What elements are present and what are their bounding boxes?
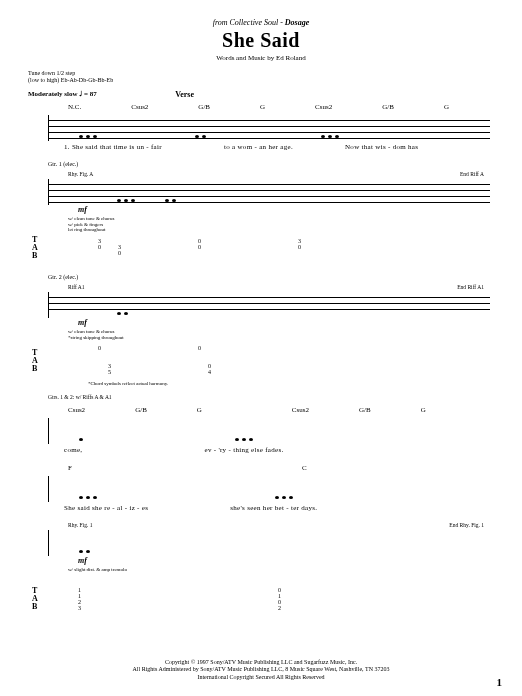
lyric-3a: She said she re - al - iz - es (64, 504, 148, 512)
copyright-3: International Copyright Secured All Righ… (0, 674, 522, 682)
gtr1-tab: TAB 30 30 00 30 (48, 230, 490, 266)
chord-footnote: *Chord symbols reflect actual harmony. (28, 381, 494, 386)
lyric-1b: to a wom - an her age. (224, 143, 293, 151)
tab-label-3: TAB (32, 587, 38, 611)
copyright-block: Copyright © 1997 Sony/ATV Music Publishi… (0, 659, 522, 682)
system-3-vocal: Csus2 G/B G Csus2 G/B G come, ev - 'ry -… (28, 406, 494, 456)
system-5-rhyfig: Rhy. Fig. 1 End Rhy. Fig. 1 mf w/ slight… (28, 522, 494, 617)
gtr2-staff (48, 292, 490, 318)
perf-note-3: w/ slight dist. & amp tremolo (28, 567, 494, 581)
perf-note-1: w/ clean tone & chorus w/ pick & fingers… (28, 216, 494, 230)
tab-nums-2: 30 (118, 244, 121, 256)
rhyfig1-label: Rhy. Fig. 1 (28, 522, 92, 530)
tab-nums-1: 30 (98, 238, 101, 250)
gtr2-tab: TAB 0 35 0 04 (48, 343, 490, 379)
lyric-row-3: She said she re - al - iz - es she's see… (28, 504, 494, 514)
chord-g: G (260, 103, 265, 113)
chord-gb-4: G/B (359, 406, 371, 416)
lyric-1c: Now that wis - dom has (345, 143, 418, 151)
tab-nums-g2-4: 04 (208, 363, 211, 375)
tuning-note: Tune down 1/2 step (low to high) Eb-Ab-D… (28, 70, 494, 84)
chord-gb-2: G/B (382, 103, 394, 113)
chord-f: F (68, 464, 72, 474)
dynamic-mf-1: mf (28, 205, 494, 215)
vocal-staff-3 (48, 418, 490, 444)
tab-nums-g2-2: 35 (108, 363, 111, 375)
tab-nums-3: 00 (198, 238, 201, 250)
chord-gb-3: G/B (135, 406, 147, 416)
album-name: Dosage (285, 18, 309, 27)
source-prefix: from Collective Soul - (213, 18, 283, 27)
dynamic-mf-2: mf (28, 318, 494, 328)
tuning-line1: Tune down 1/2 step (28, 70, 494, 77)
lyric-3b: she's seen her bet - ter days. (230, 504, 317, 512)
gtr1-staff (48, 179, 490, 205)
riff-a1-label: Riff A1 (28, 284, 85, 292)
tempo-row: Moderately slow ♩ = 87 Verse (28, 90, 494, 99)
verse-label: Verse (175, 90, 194, 99)
chord-c: C (302, 464, 307, 474)
tab-nums-s5-1: 1123 (78, 587, 81, 611)
chord-row-3: Csus2 G/B G Csus2 G/B G (28, 406, 494, 416)
end-riff-a1: End Riff A1 (457, 284, 494, 292)
chord-csus2-4: Csus2 (292, 406, 309, 416)
tab-nums-4: 30 (298, 238, 301, 250)
gtr2-label: Gtr. 2 (elec.) (28, 274, 494, 280)
string-skip-note: *string skipping throughout (68, 335, 494, 341)
lyric-1a: 1. She said that time is un - fair (64, 143, 162, 151)
end-rhyfig1: End Rhy. Fig. 1 (449, 522, 494, 530)
chord-csus2-3: Csus2 (68, 406, 85, 416)
end-riff-a: End Riff A (460, 171, 494, 179)
vocal-staff-4 (48, 476, 490, 502)
chord-g-4: G (421, 406, 426, 416)
credits: Words and Music by Ed Roland (28, 54, 494, 62)
page-number: 1 (497, 676, 503, 688)
lyric-row-1: 1. She said that time is un - fair to a … (28, 143, 494, 153)
lyric-2b: ev - 'ry - thing else fades. (204, 446, 283, 454)
system-4-vocal: F C She said she re - al - iz - es she's… (28, 464, 494, 514)
chord-nc: N.C. (68, 103, 81, 113)
song-title: She Said (28, 29, 494, 52)
chord-row-1: N.C. Csus2 G/B G Csus2 G/B G (28, 103, 494, 113)
chord-csus2-2: Csus2 (315, 103, 332, 113)
w-riffs-label: Gtrs. 1 & 2: w/ Riffs A & A1 (28, 394, 494, 402)
copyright-1: Copyright © 1997 Sony/ATV Music Publishi… (0, 659, 522, 667)
tempo-marking: Moderately slow ♩ = 87 (28, 90, 97, 99)
tab-nums-g2-1: 0 (98, 345, 101, 351)
chord-g-3: G (197, 406, 202, 416)
lyric-2a: come, (64, 446, 82, 454)
copyright-2: All Rights Administered by Sony/ATV Musi… (0, 666, 522, 674)
tab-nums-s5-2: 0102 (278, 587, 281, 611)
vocal-staff-1 (48, 115, 490, 141)
chord-row-4: F C (28, 464, 494, 474)
system-gtr1: Rhy. Fig. A End Riff A mf w/ clean tone … (28, 171, 494, 266)
rhyfig-staff (48, 530, 490, 556)
chord-gb: G/B (198, 103, 210, 113)
system-gtr2: Riff A1 End Riff A1 mf w/ clean tone & c… (28, 284, 494, 386)
chord-csus2: Csus2 (131, 103, 148, 113)
sheet-music-page: from Collective Soul - Dosage She Said W… (0, 0, 522, 696)
perf-note-2: w/ clean tone & chorus *string skipping … (28, 329, 494, 343)
tab-nums-g2-3: 0 (198, 345, 201, 351)
chord-g-2: G (444, 103, 449, 113)
dist-tremolo-note: w/ slight dist. & amp tremolo (68, 567, 494, 573)
lyric-row-2: come, ev - 'ry - thing else fades. (28, 446, 494, 456)
gtr1-label: Gtr. 1 (elec.) (28, 161, 494, 167)
source-line: from Collective Soul - Dosage (28, 18, 494, 27)
system-1-vocal: N.C. Csus2 G/B G Csus2 G/B G 1. She said… (28, 103, 494, 153)
header: from Collective Soul - Dosage She Said W… (28, 18, 494, 62)
tab-label-1: TAB (32, 236, 38, 260)
tuning-line2: (low to high) Eb-Ab-Db-Gb-Bb-Eb (28, 77, 494, 84)
riff-a-label: Rhy. Fig. A (28, 171, 93, 179)
dynamic-mf-3: mf (28, 556, 494, 566)
rhyfig-tab: TAB 1123 0102 (48, 581, 490, 617)
tab-label-2: TAB (32, 349, 38, 373)
